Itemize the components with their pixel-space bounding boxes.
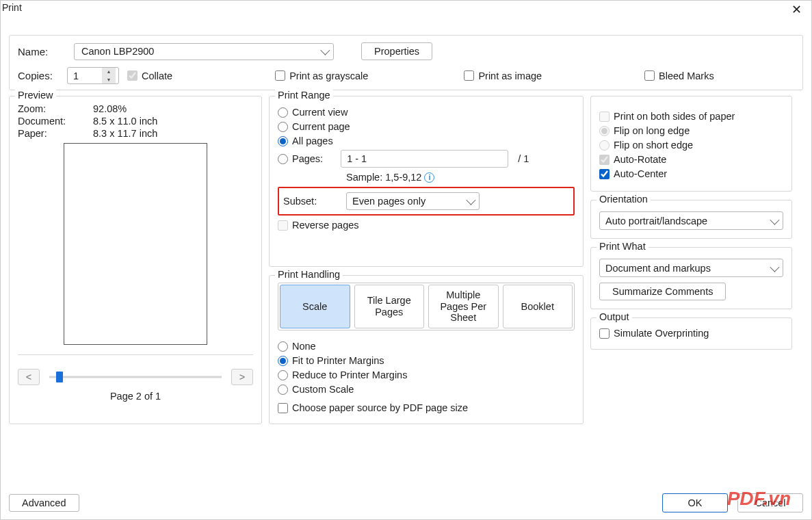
zoom-value: 92.08% <box>93 103 127 114</box>
choose-paper-source-checkbox[interactable]: Choose paper source by PDF page size <box>278 402 468 413</box>
scale-none-radio[interactable]: None <box>278 341 575 352</box>
name-label: Name: <box>18 46 67 57</box>
copies-input[interactable] <box>68 70 102 81</box>
printer-panel: Name: Canon LBP2900 Properties Copies: ▲… <box>9 35 803 90</box>
reverse-pages-checkbox: Reverse pages <box>278 220 359 231</box>
simulate-overprinting-checkbox[interactable]: Simulate Overprinting <box>599 328 709 339</box>
auto-rotate-checkbox: Auto-Rotate <box>599 154 783 165</box>
scale-fit-radio[interactable]: Fit to Printer Margins <box>278 355 575 366</box>
next-page-button[interactable]: > <box>231 369 253 385</box>
paper-value: 8.3 x 11.7 inch <box>93 128 157 139</box>
spin-up-icon[interactable]: ▲ <box>102 68 116 76</box>
subset-select[interactable]: Even pages only <box>346 192 480 210</box>
preview-legend: Preview <box>15 90 56 101</box>
auto-center-checkbox[interactable]: Auto-Center <box>599 168 783 179</box>
orientation-select[interactable]: Auto portrait/landscape <box>599 211 783 230</box>
advanced-button[interactable]: Advanced <box>9 494 79 512</box>
chevron-down-icon <box>320 46 330 55</box>
pages-radio[interactable] <box>278 154 288 164</box>
output-panel: Output Simulate Overprinting <box>590 317 792 350</box>
flip-long-radio: Flip on long edge <box>599 125 783 136</box>
subset-value: Even pages only <box>352 196 425 207</box>
info-icon[interactable]: i <box>424 172 434 183</box>
current-view-radio[interactable]: Current view <box>278 107 575 118</box>
flip-short-radio: Flip on short edge <box>599 140 783 151</box>
print-handling-legend: Print Handling <box>275 269 343 280</box>
ok-button[interactable]: OK <box>662 493 728 512</box>
chevron-down-icon <box>466 196 475 205</box>
orientation-value: Auto portrait/landscape <box>605 216 707 226</box>
duplex-panel: Print on both sides of paper Flip on lon… <box>590 96 792 192</box>
subset-highlight: Subset: Even pages only <box>278 187 575 216</box>
chevron-down-icon <box>770 262 779 272</box>
spin-down-icon[interactable]: ▼ <box>102 76 116 84</box>
cancel-button[interactable]: Cancel <box>737 493 803 512</box>
collate-checkbox: Collate <box>127 70 172 81</box>
print-what-legend: Print What <box>597 241 649 252</box>
chevron-down-icon <box>770 215 779 224</box>
print-what-value: Document and markups <box>605 263 711 274</box>
properties-button[interactable]: Properties <box>361 42 432 60</box>
print-range-legend: Print Range <box>275 90 333 101</box>
current-page-radio[interactable]: Current page <box>278 121 575 132</box>
sample-text: Sample: 1,5-9,12 <box>346 172 421 183</box>
pages-total: / 1 <box>518 153 529 164</box>
tab-multiple[interactable]: Multiple Pages Per Sheet <box>428 285 499 328</box>
copies-stepper[interactable]: ▲▼ <box>67 67 119 84</box>
orientation-panel: Orientation Auto portrait/landscape <box>590 200 792 239</box>
page-indicator: Page 2 of 1 <box>18 391 253 402</box>
window-title: Print <box>2 2 22 13</box>
paper-label: Paper: <box>18 128 93 139</box>
prev-page-button[interactable]: < <box>18 369 40 385</box>
copies-label: Copies: <box>18 70 67 81</box>
tab-scale[interactable]: Scale <box>280 285 350 328</box>
print-what-panel: Print What Document and markups Summariz… <box>590 247 792 309</box>
output-legend: Output <box>597 311 632 322</box>
printer-select[interactable]: Canon LBP2900 <box>74 43 334 60</box>
document-value: 8.5 x 11.0 inch <box>93 116 157 127</box>
print-as-image-checkbox[interactable]: Print as image <box>464 70 542 81</box>
bleed-marks-checkbox[interactable]: Bleed Marks <box>644 70 714 81</box>
close-icon[interactable]: ✕ <box>787 2 806 17</box>
document-label: Document: <box>18 116 93 127</box>
summarize-comments-button[interactable]: Summarize Comments <box>599 283 726 300</box>
pages-input[interactable] <box>341 150 508 168</box>
page-slider[interactable] <box>49 369 222 385</box>
scale-reduce-radio[interactable]: Reduce to Printer Margins <box>278 369 575 380</box>
print-handling-panel: Print Handling Scale Tile Large Pages Mu… <box>269 275 584 424</box>
pages-label: Pages: <box>292 153 323 164</box>
preview-panel: Preview Zoom:92.08% Document:8.5 x 11.0 … <box>9 96 262 424</box>
both-sides-checkbox: Print on both sides of paper <box>599 111 783 122</box>
subset-label: Subset: <box>283 196 338 207</box>
zoom-label: Zoom: <box>18 103 93 114</box>
grayscale-checkbox[interactable]: Print as grayscale <box>275 70 368 81</box>
printer-select-value: Canon LBP2900 <box>81 46 154 57</box>
tab-booklet[interactable]: Booklet <box>503 285 573 328</box>
print-what-select[interactable]: Document and markups <box>599 259 783 277</box>
orientation-legend: Orientation <box>597 194 651 205</box>
scale-custom-radio[interactable]: Custom Scale <box>278 384 575 395</box>
preview-page <box>64 143 207 345</box>
all-pages-radio[interactable]: All pages <box>278 135 575 146</box>
tab-tile[interactable]: Tile Large Pages <box>354 285 425 328</box>
print-range-panel: Print Range Current view Current page Al… <box>269 96 584 267</box>
